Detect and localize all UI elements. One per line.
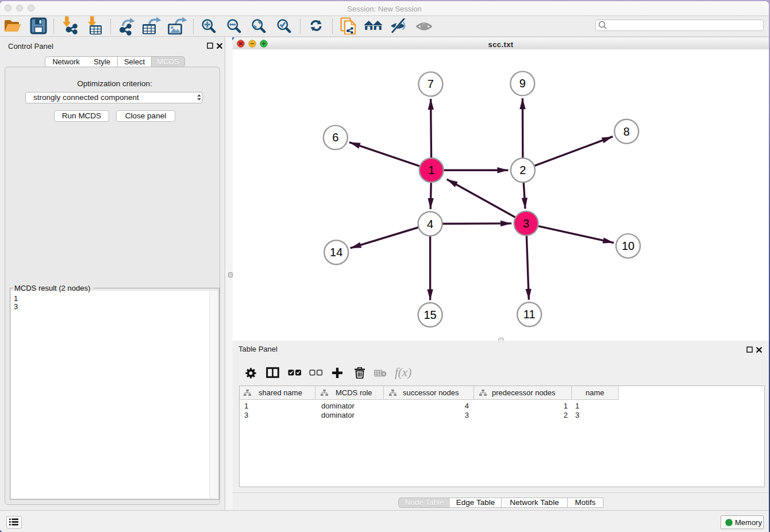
svg-text:6: 6 xyxy=(332,131,338,144)
svg-text:9: 9 xyxy=(519,77,526,90)
svg-text:7: 7 xyxy=(428,78,434,90)
svg-text:11: 11 xyxy=(523,308,536,321)
svg-text:8: 8 xyxy=(623,125,630,138)
svg-text:2: 2 xyxy=(519,164,526,176)
svg-text:14: 14 xyxy=(330,246,342,259)
svg-text:15: 15 xyxy=(424,309,436,321)
svg-text:4: 4 xyxy=(427,218,433,230)
svg-text:3: 3 xyxy=(523,217,529,230)
svg-text:10: 10 xyxy=(622,240,634,252)
svg-text:1: 1 xyxy=(428,164,434,176)
